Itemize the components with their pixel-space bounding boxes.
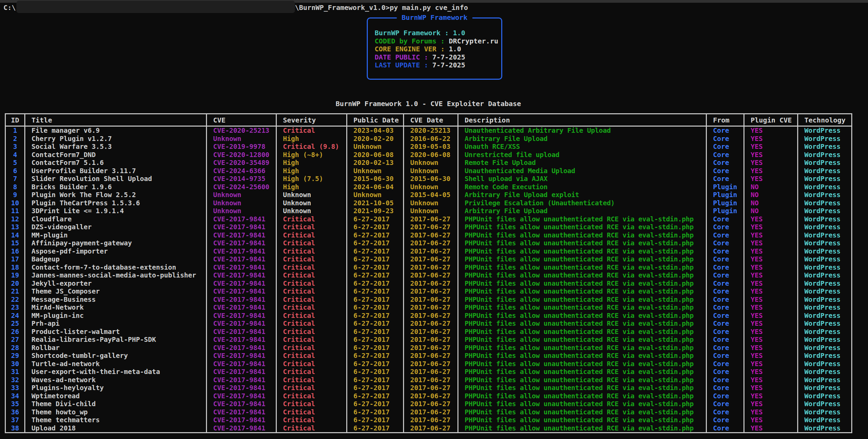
cell-description: PHPUnit files allow unauthenticated RCE … — [458, 215, 707, 223]
cell-technology: WordPress — [798, 263, 852, 272]
cell-plugin-cve: YES — [744, 215, 798, 223]
cell-technology: WordPress — [798, 255, 852, 263]
cell-severity: Unknown — [276, 191, 347, 199]
cell-cve: CVE-2017-9841 — [207, 312, 276, 320]
cell-plugin-cve: YES — [744, 368, 798, 376]
cell-id: 21 — [5, 287, 25, 296]
cell-id: 34 — [5, 392, 25, 400]
cell-cve: CVE-2017-9841 — [207, 320, 276, 328]
cell-description: PHPUnit files allow unauthenticated RCE … — [458, 352, 707, 360]
cell-title: Wptimetoread — [25, 392, 207, 400]
cell-severity: High — [276, 167, 347, 175]
table-row: 23 MirAd-Network CVE-2017-9841 Critical … — [5, 304, 852, 312]
cell-id: 27 — [5, 336, 25, 344]
cell-severity: High (7.5) — [276, 175, 347, 183]
cell-public-date: 6-27-2017 — [347, 239, 404, 247]
cell-cve: CVE-2017-9841 — [207, 424, 276, 433]
cve-table-body: 1 File manager v6.9 CVE-2020-25213 Criti… — [5, 126, 852, 433]
cell-id: 24 — [5, 312, 25, 320]
cell-title: Bricks Builder 1.9.6 — [25, 183, 207, 191]
cell-id: 37 — [5, 416, 25, 424]
cell-title: Shortcode-tumblr-gallery — [25, 352, 207, 360]
table-row: 31 User-export-with-their-meta-data CVE-… — [5, 368, 852, 376]
cell-cve: CVE-2017-9841 — [207, 296, 276, 304]
cell-severity: High — [276, 135, 347, 143]
cell-severity: Critical — [276, 223, 347, 231]
cell-from: Core — [707, 360, 744, 368]
cell-cve-date: 2017-06-27 — [404, 231, 458, 240]
cell-cve-date: 2017-06-27 — [404, 215, 458, 223]
cell-plugin-cve: YES — [744, 255, 798, 263]
banner-line: CORE ENGINE VER : 1.0 — [375, 45, 498, 53]
col-header-id: ID — [5, 114, 25, 126]
cell-id: 7 — [5, 175, 25, 183]
cell-public-date: 6-27-2017 — [347, 231, 404, 240]
table-header-row: ID Title CVE Severity Public Date CVE Da… — [5, 114, 852, 126]
cell-technology: WordPress — [798, 126, 852, 135]
cell-description: PHPUnit files allow unauthenticated RCE … — [458, 255, 707, 263]
cell-plugin-cve: YES — [744, 320, 798, 328]
cell-description: PHPUnit files allow unauthenticated RCE … — [458, 400, 707, 408]
cve-table: ID Title CVE Severity Public Date CVE Da… — [5, 113, 852, 433]
cell-description: PHPUnit files allow unauthenticated RCE … — [458, 320, 707, 328]
cell-severity: Critical — [276, 392, 347, 400]
cell-public-date: 2020-02-13 — [347, 159, 404, 167]
cell-public-date: 6-27-2017 — [347, 344, 404, 352]
col-header-from: From — [707, 114, 744, 126]
cell-public-date: 6-27-2017 — [347, 223, 404, 231]
cell-public-date: 6-27-2017 — [347, 312, 404, 320]
cell-severity: Critical — [276, 352, 347, 360]
cell-technology: WordPress — [798, 304, 852, 312]
cell-public-date: 6-27-2017 — [347, 215, 404, 223]
cell-public-date: 2021-09-23 — [347, 207, 404, 215]
cell-description: PHPUnit files allow unauthenticated RCE … — [458, 312, 707, 320]
cell-public-date: 6-27-2017 — [347, 247, 404, 256]
cell-id: 28 — [5, 344, 25, 352]
cell-technology: WordPress — [798, 239, 852, 247]
cell-cve-date: 2017-06-27 — [404, 416, 458, 424]
cell-cve-date: 2015-04-05 — [404, 191, 458, 199]
cell-plugin-cve: YES — [744, 263, 798, 272]
cell-public-date: 6-27-2017 — [347, 263, 404, 272]
command-line[interactable]: C:\ \BurnWP_Framework_v1.0>py main.py cv… — [0, 3, 868, 12]
cell-technology: WordPress — [798, 312, 852, 320]
cell-public-date: 6-27-2017 — [347, 287, 404, 296]
cell-from: Core — [707, 151, 744, 159]
cell-cve-date: 2017-06-27 — [404, 352, 458, 360]
cell-technology: WordPress — [798, 424, 852, 433]
cell-technology: WordPress — [798, 344, 852, 352]
cell-public-date: 6-27-2017 — [347, 384, 404, 392]
cell-from: Core — [707, 304, 744, 312]
cell-from: Core — [707, 135, 744, 143]
table-row: 26 Product-lister-walmart CVE-2017-9841 … — [5, 328, 852, 336]
cell-public-date: 2020-06-08 — [347, 151, 404, 159]
cell-technology: WordPress — [798, 183, 852, 191]
cell-id: 3 — [5, 143, 25, 151]
cell-title: Jekyll-exporter — [25, 280, 207, 288]
cell-plugin-cve: YES — [744, 126, 798, 135]
cell-public-date: 2023-04-03 — [347, 126, 404, 135]
cell-title: Badgeup — [25, 255, 207, 263]
cell-technology: WordPress — [798, 328, 852, 336]
cell-description: PHPUnit files allow unauthenticated RCE … — [458, 368, 707, 376]
table-row: 25 Prh-api CVE-2017-9841 Critical 6-27-2… — [5, 320, 852, 328]
cell-public-date: 6-27-2017 — [347, 408, 404, 416]
cell-technology: WordPress — [798, 400, 852, 408]
cell-plugin-cve: YES — [744, 280, 798, 288]
table-row: 37 Theme techmatters CVE-2017-9841 Criti… — [5, 416, 852, 424]
cell-cve-date: 2016-06-22 — [404, 135, 458, 143]
cell-public-date: 6-27-2017 — [347, 360, 404, 368]
cell-id: 10 — [5, 199, 25, 207]
cell-cve-date: 2017-06-27 — [404, 408, 458, 416]
cell-title: Plugins-heyloyalty — [25, 384, 207, 392]
cell-cve-date: 2017-06-27 — [404, 280, 458, 288]
cell-severity: Critical — [276, 344, 347, 352]
cell-title: Waves-ad-network — [25, 376, 207, 384]
cell-cve: CVE-2017-9841 — [207, 360, 276, 368]
cell-from: Core — [707, 167, 744, 175]
cell-plugin-cve: YES — [744, 143, 798, 151]
cell-plugin-cve: YES — [744, 296, 798, 304]
cell-severity: Critical — [276, 424, 347, 433]
cell-cve-date: Unknown — [404, 199, 458, 207]
cell-description: PHPUnit files allow unauthenticated RCE … — [458, 424, 707, 433]
